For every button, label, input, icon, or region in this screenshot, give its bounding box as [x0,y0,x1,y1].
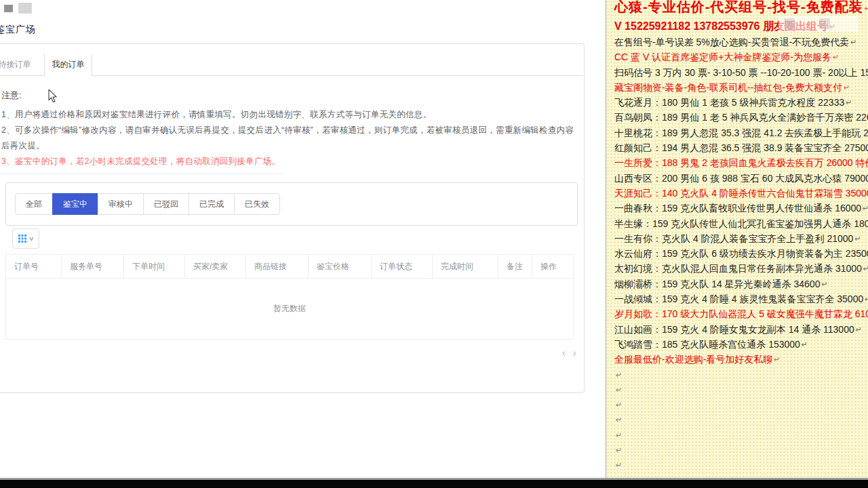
bottom-black-bar [0,480,868,488]
ad-line-text: 一战倾城：159 克火 4 阶睡 4 族灵性鬼装备宝宝齐全 35000 [614,293,863,304]
table-header-cell: 订单号 [6,255,62,278]
filter-button[interactable]: 已失效 [234,193,280,215]
ad-line: 一生有你：克火队 4 阶混人装备宝宝齐全上手盈利 21000↵ [614,232,865,247]
return-mark-icon: ↵ [774,352,780,367]
ad-line-text: 一生有你：克火队 4 阶混人装备宝宝齐全上手盈利 21000 [614,233,853,244]
ad-line: 扫码估号 3 万内 30 票- 3-10-50 票 --10-20-100 票-… [614,66,865,81]
pagination-prev-button[interactable]: ‹ [562,345,566,361]
ad-line-text: 天涯知己：140 克火队 4 阶睡杀传世六合仙鬼甘霖瑞雪 35000 [614,188,868,199]
ad-line-text: 藏宝阁物资-装备-角色-联系司机--抽红包-免费大额支付 [614,82,842,93]
watermark-square [819,18,830,29]
chevron-down-icon: ∨ [28,235,34,242]
ad-line-text: 全服最低价-欢迎选购-看号加好友私聊 [614,354,772,365]
tab-pending-orders[interactable]: 待接订单 [0,54,45,75]
return-mark-icon: ↵ [616,383,622,397]
notice-line: 3、鉴宝中的订单，若2小时未完成提交处理，将自动取消回到接单广场。 [1,154,576,169]
ad-line: 半生缘：159 克火队传世人仙北冥孔雀宝鉴加强男人通杀 18000↵ [614,217,865,232]
ad-line: 飞花逐月：180 男仙 1 老孩 5 级神兵雷克水程度 22333↵ [614,96,865,110]
ad-line-text: 烟柳灞桥：159 克火队 14 星异光秦岭通杀 34600 [614,279,820,289]
table-empty-state: 暂无数据 [6,279,573,340]
ad-line: 水云仙府：159 克火队 6 级功绩去疾水月物资装备为主 23500↵ [614,247,865,262]
notice-line: 2、可多次操作“编辑”修改内容，请自审并确认无误后再提交，提交后进入“待审核”，… [1,123,576,154]
ad-line: ↵ [614,383,865,398]
ad-line: ↵ [614,428,865,443]
return-mark-icon: ↵ [850,35,856,49]
ad-line-text: 心猿-专业估价-代买组号-找号-免费配装 [614,0,863,14]
ad-line: CC 蓝 V 认证首席鉴定师+大神金牌鉴定师-为您服务↵ [614,50,865,65]
table-header-cell: 买家/卖家 [185,255,246,278]
grid-icon [18,235,26,243]
ad-line: 天涯知己：140 克火队 4 阶睡杀传世六合仙鬼甘霖瑞雪 35000↵ [614,186,865,201]
ad-line-text: 一曲春秋：159 克火队畜牧职业传世男人传世仙通杀 16000 [614,203,861,214]
window-corner-artifact [4,5,13,12]
ad-line: 一战倾城：159 克火 4 阶睡 4 族灵性鬼装备宝宝齐全 35000↵ [614,292,865,307]
ad-line-text: CC 蓝 V 认证首席鉴定师+大神金牌鉴定师-为您服务 [614,52,831,62]
return-mark-icon: ↵ [844,81,850,95]
ad-line: ↵ [614,443,865,458]
ad-line-text: 飞花逐月：180 男仙 1 老孩 5 级神兵雷克水程度 22333 [614,97,844,108]
return-mark-icon: ↵ [821,277,827,291]
filter-button[interactable]: 已完成 [189,193,235,215]
ad-line-text: 太初幻境：克火队混人回血鬼日常任务副本异光通杀 31000 [614,263,862,274]
table-header-cell: 服务单号 [62,255,124,278]
table-header-cell: 订单状态 [372,255,433,278]
ad-line: ↵ [614,413,865,428]
return-mark-icon: ↵ [865,292,868,306]
return-mark-icon: ↵ [616,413,622,427]
ad-line: 百鸟朝凤：189 男仙 1 老 5 神兵风克火全满妙音千万亲密 22666↵ [614,110,865,125]
ad-line-text: 水云仙府：159 克火队 6 级功绩去疾水月物资装备为主 23500 [614,248,868,259]
table-header-row: 订单号服务单号下单时间买家/卖家商品链接鉴宝价格订单状态完成时间备注操作 [6,255,573,279]
ad-line-text: 十里桃花：189 男人忽混 35.3 强混 41.2 去疾孟极上手能玩 2588… [614,127,868,138]
ad-line-text: 扫码估号 3 万内 30 票- 3-10-50 票 --10-20-100 票-… [614,67,868,78]
table-header-cell: 鉴宝价格 [309,255,372,278]
filter-button[interactable]: 审核中 [98,193,144,215]
page-title: 鉴宝广场 [0,24,36,36]
return-mark-icon: ↵ [616,398,622,412]
table-header-cell: 商品链接 [246,255,309,278]
filter-button[interactable]: 鉴宝中 [52,193,98,215]
window-corner-artifact [18,3,32,14]
return-mark-icon: ↵ [616,458,622,472]
return-mark-icon: ↵ [863,201,868,216]
ad-line-text: 山西专区：200 男仙 6 孩 988 宝石 60 大成风克水心猿 79000 [614,173,868,184]
return-mark-icon: ↵ [616,428,622,443]
ad-line-text: 一生所爱：188 男鬼 2 老孩回血鬼火孟极去疾百万 26000 特价号 [614,157,868,168]
ad-line: 在售组号-单号误差 5%放心选购-买贵管退-不玩免费代卖↵ [614,35,865,50]
column-settings-button[interactable]: ∨ [12,228,39,249]
mouse-cursor-icon [48,89,58,103]
tabs-bar: 待接订单 我的订单 [0,54,583,76]
table-header-cell: 完成时间 [433,255,498,278]
return-mark-icon: ↵ [616,368,622,382]
status-filter-group: 全部鉴宝中审核中已驳回已完成已失效 [15,193,280,215]
ad-line: 全服最低价-欢迎选购-看号加好友私聊↵ [614,352,865,367]
filter-button[interactable]: 全部 [15,193,53,215]
appraisal-app-area: 鉴宝广场 待接订单 我的订单 注意: 1、用户将通过价格和原因对鉴宝结果进行评价… [0,0,606,488]
ad-line-text: 飞鸿踏雪：185 克火队睡杀宫位通杀 153000 [614,339,800,350]
ad-line: ↵ [614,398,865,413]
pagination: ‹ › [536,345,576,361]
table-header-cell: 下单时间 [124,255,185,278]
tab-my-orders[interactable]: 我的订单 [45,54,92,76]
table-header-cell: 备注 [498,255,532,278]
ad-line: 红颜知己：194 男人忽混 36.5 强混 38.9 装备宝宝齐全 27500↵ [614,141,865,156]
ad-line: 山西专区：200 男仙 6 孩 988 宝石 60 大成风克水心猿 79000↵ [614,171,865,186]
ad-line: 烟柳灞桥：159 克火队 14 星异光秦岭通杀 34600↵ [614,277,865,292]
divider [0,174,285,174]
orders-table: 订单号服务单号下单时间买家/卖家商品链接鉴宝价格订单状态完成时间备注操作 暂无数… [5,254,574,340]
return-mark-icon: ↵ [854,232,861,246]
ad-line: ↵ [614,368,865,383]
return-mark-icon: ↵ [856,323,862,337]
filter-button[interactable]: 已驳回 [143,193,189,215]
ad-line: 十里桃花：189 男人忽混 35.3 强混 41.2 去疾孟极上手能玩 2588… [614,126,865,141]
ad-line-text: 在售组号-单号误差 5%放心选购-买贵管退-不玩免费代卖 [614,37,849,47]
ad-line: 一曲春秋：159 克火队畜牧职业传世男人传世仙通杀 16000↵ [614,201,865,216]
table-header-cell: 操作 [532,255,573,278]
return-mark-icon: ↵ [865,0,868,18]
ad-line: ↵ [614,458,865,473]
notice-list: 1、用户将通过价格和原因对鉴宝结果进行评价，请慎重填写。切勿出现错别字、联系方式… [1,107,576,169]
ad-line-text: 百鸟朝凤：189 男仙 1 老 5 神兵风克火全满妙音千万亲密 22666 [614,112,868,123]
ad-line: 一生所爱：188 男鬼 2 老孩回血鬼火孟极去疾百万 26000 特价号↵ [614,156,865,171]
ad-line-text: 半生缘：159 克火队传世人仙北冥孔雀宝鉴加强男人通杀 18000 [614,218,868,229]
notice-heading: 注意: [1,89,22,102]
pagination-next-button[interactable]: › [572,345,576,361]
